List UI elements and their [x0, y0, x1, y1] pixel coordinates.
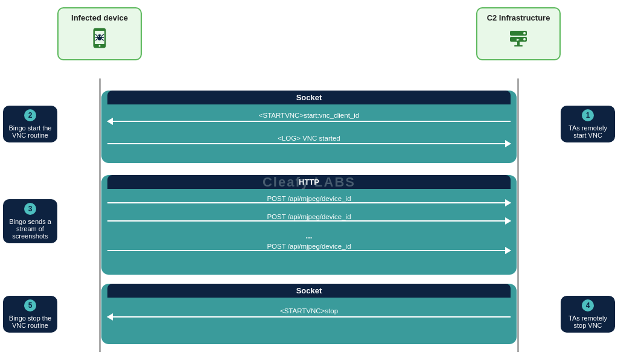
ellipsis-label: ...	[107, 231, 511, 240]
side-note-2-text: Bingo start the VNC routine	[8, 124, 53, 139]
diagram-container: Infected device C2 Infrastructure	[0, 0, 618, 364]
c2-infrastructure-title: C2 Infrastructure	[483, 13, 553, 22]
arrow-startvnc-stop: <STARTVNC>stop	[107, 307, 511, 327]
startvnc-stop-label: <STARTVNC>stop	[107, 307, 511, 315]
svg-point-14	[523, 32, 526, 34]
post-3-label: POST /api/mjpeg/device_id	[107, 243, 511, 250]
svg-rect-18	[514, 45, 523, 46]
side-note-5-num: 5	[24, 299, 36, 311]
arrow-post-1: POST /api/mjpeg/device_id	[107, 195, 511, 211]
socket-1-content: <STARTVNC>start:vnc_client_id <LOG> VNC …	[101, 104, 517, 162]
socket-block-2: Socket <STARTVNC>stop	[101, 284, 517, 344]
side-note-4: 4 TAs remotely stop VNC	[561, 296, 615, 333]
startvnc-start-label: <STARTVNC>start:vnc_client_id	[107, 112, 511, 119]
infected-device-icon	[65, 26, 135, 54]
socket-2-content: <STARTVNC>stop	[101, 298, 517, 339]
infected-device-title: Infected device	[65, 13, 135, 22]
http-block: HTTP POST /api/mjpeg/device_id POST /api…	[101, 175, 517, 275]
post-2-label: POST /api/mjpeg/device_id	[107, 213, 511, 220]
svg-rect-17	[517, 42, 520, 45]
side-note-5: 5 Bingo stop the VNC routine	[3, 296, 57, 333]
log-vnc-label: <LOG> VNC started	[107, 135, 511, 142]
socket-block-1: Socket <STARTVNC>start:vnc_client_id <LO…	[101, 91, 517, 163]
svg-point-2	[99, 45, 101, 47]
side-note-1-num: 1	[582, 109, 594, 121]
svg-point-11	[100, 36, 101, 37]
arrow-startvnc-start: <STARTVNC>start:vnc_client_id	[107, 112, 511, 131]
right-vertical-line	[517, 78, 519, 352]
arrow-log-vnc: <LOG> VNC started	[107, 135, 511, 153]
c2-infrastructure-icon	[483, 26, 553, 54]
left-vertical-line	[99, 78, 101, 352]
post-1-label: POST /api/mjpeg/device_id	[107, 195, 511, 202]
socket-2-header: Socket	[107, 284, 511, 298]
http-content: POST /api/mjpeg/device_id POST /api/mjpe…	[101, 189, 517, 267]
infected-device-box: Infected device	[57, 7, 142, 60]
socket-1-header: Socket	[107, 91, 511, 104]
side-note-2: 2 Bingo start the VNC routine	[3, 106, 57, 142]
c2-infrastructure-box: C2 Infrastructure	[476, 7, 561, 60]
side-note-2-num: 2	[24, 109, 36, 121]
svg-point-15	[523, 38, 526, 40]
side-note-3: 3 Bingo sends a stream of screenshots	[3, 199, 57, 243]
side-note-1-text: TAs remotely start VNC	[565, 124, 610, 139]
side-note-4-num: 4	[582, 299, 594, 311]
arrow-post-3: POST /api/mjpeg/device_id	[107, 243, 511, 258]
side-note-4-text: TAs remotely stop VNC	[565, 315, 610, 329]
arrow-post-2: POST /api/mjpeg/device_id	[107, 213, 511, 229]
svg-point-10	[98, 36, 99, 37]
svg-point-3	[97, 34, 102, 40]
side-note-5-text: Bingo stop the VNC routine	[8, 315, 53, 329]
side-note-1: 1 TAs remotely start VNC	[561, 106, 615, 142]
side-note-3-text: Bingo sends a stream of screenshots	[8, 218, 53, 240]
side-note-3-num: 3	[24, 203, 36, 215]
http-header: HTTP	[107, 175, 511, 189]
